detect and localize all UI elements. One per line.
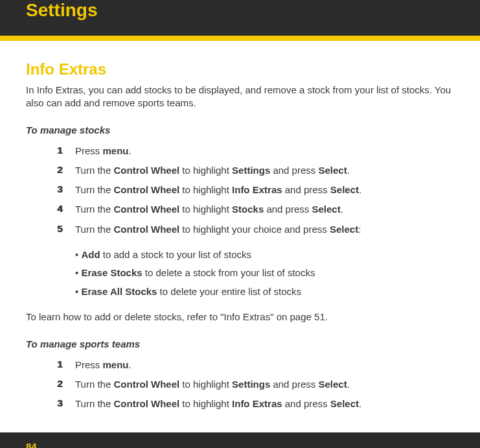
- step-number: 5: [57, 223, 75, 234]
- step-text: Turn the Control Wheel to highlight Stoc…: [75, 203, 343, 216]
- step-item: 3 Turn the Control Wheel to highlight In…: [57, 183, 454, 196]
- step-item: 5 Turn the Control Wheel to highlight yo…: [57, 223, 454, 236]
- content-area: Info Extras In Info Extras, you can add …: [0, 41, 480, 410]
- step-number: 2: [57, 164, 75, 175]
- step-number: 3: [57, 183, 75, 195]
- step-text: Press menu.: [75, 145, 131, 158]
- step-number: 4: [57, 203, 75, 214]
- step-item: 4 Turn the Control Wheel to highlight St…: [57, 203, 454, 216]
- step-text: Turn the Control Wheel to highlight Sett…: [75, 164, 350, 177]
- bullet-item: • Erase All Stocks to delete your entire…: [75, 285, 454, 300]
- step-number: 1: [57, 145, 75, 156]
- step-text: Turn the Control Wheel to highlight Sett…: [75, 378, 350, 391]
- footer-bar: 84: [0, 432, 480, 448]
- step-text: Turn the Control Wheel to highlight Info…: [75, 183, 361, 196]
- stocks-footnote: To learn how to add or delete stocks, re…: [26, 311, 454, 324]
- header-bar: Settings: [0, 0, 480, 36]
- section-title: Info Extras: [26, 60, 454, 78]
- stocks-heading: To manage stocks: [26, 124, 454, 136]
- step-text: Turn the Control Wheel to highlight Info…: [75, 397, 361, 410]
- step-item: 1 Press menu.: [57, 145, 454, 158]
- sports-heading: To manage sports teams: [26, 338, 454, 349]
- step-number: 1: [57, 359, 75, 370]
- page-number: 84: [26, 441, 37, 448]
- step-item: 2 Turn the Control Wheel to highlight Se…: [57, 164, 454, 177]
- stocks-bullets: • Add to add a stock to your list of sto…: [75, 248, 454, 300]
- step-text: Press menu.: [75, 359, 131, 371]
- step-item: 1 Press menu.: [57, 359, 454, 371]
- step-number: 2: [57, 378, 75, 389]
- step-item: 2 Turn the Control Wheel to highlight Se…: [57, 378, 454, 391]
- step-text: Turn the Control Wheel to highlight your…: [75, 223, 361, 236]
- step-item: 3 Turn the Control Wheel to highlight In…: [57, 397, 454, 410]
- bullet-item: • Erase Stocks to delete a stock from yo…: [75, 266, 454, 281]
- header-title: Settings: [26, 0, 97, 21]
- yellow-strip: [0, 36, 480, 41]
- step-number: 3: [57, 397, 75, 408]
- stocks-steps: 1 Press menu. 2 Turn the Control Wheel t…: [57, 145, 454, 236]
- intro-text: In Info Extras, you can add stocks to be…: [26, 84, 454, 110]
- sports-steps: 1 Press menu. 2 Turn the Control Wheel t…: [57, 359, 454, 411]
- bullet-item: • Add to add a stock to your list of sto…: [75, 248, 454, 263]
